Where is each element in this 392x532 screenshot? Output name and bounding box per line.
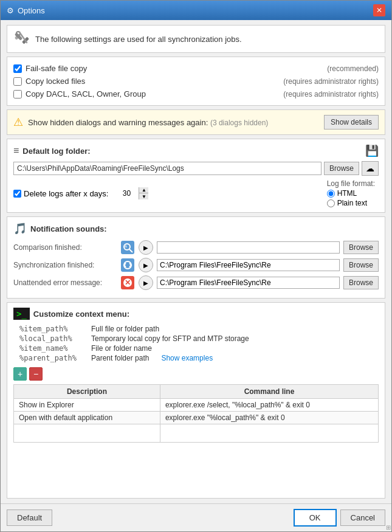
ok-button[interactable]: OK	[294, 509, 337, 527]
copy-locked-checkbox[interactable]	[13, 77, 22, 86]
spinner-down-button[interactable]: ▼	[139, 193, 148, 199]
html-radio[interactable]	[327, 190, 335, 198]
days-spinner[interactable]: ▲ ▼	[114, 187, 148, 199]
var-local-path: %local_path%	[19, 334, 86, 343]
sync-row: Synchronization finished: ▶ Browse	[13, 258, 379, 272]
sync-browse-button[interactable]: Browse	[343, 258, 379, 272]
log-format: Log file format: HTML Plain text	[327, 179, 379, 207]
plaintext-format-row: Plain text	[327, 199, 379, 207]
log-header: ≡ Default log folder: 💾	[13, 144, 379, 157]
spinner-arrows: ▲ ▼	[139, 187, 148, 199]
row2-command: explorer.exe "%local_path%" & exit 0	[160, 412, 378, 424]
delete-logs-row: Delete logs after x days:	[13, 189, 108, 198]
fail-safe-checkbox[interactable]	[13, 64, 22, 73]
format-label: Log file format:	[327, 179, 375, 188]
var-parent-path: %parent_path%	[19, 354, 86, 362]
error-row: Unattended error message: ✕ ▶ Browse	[13, 275, 379, 290]
error-icon-button[interactable]: ✕	[120, 275, 135, 290]
warning-text: Show hidden dialogs and warning messages…	[28, 118, 319, 127]
save-log-icon[interactable]: 💾	[365, 144, 379, 157]
var-parent-path-desc: Parent folder path Show examples	[91, 354, 379, 362]
default-button[interactable]: Default	[7, 510, 52, 526]
svg-rect-1	[15, 32, 22, 40]
days-input[interactable]	[114, 187, 139, 199]
log-browse-button[interactable]: Browse	[324, 162, 359, 175]
error-label: Unattended error message:	[13, 278, 117, 287]
col-description: Description	[14, 385, 160, 399]
title-bar: ⚙ Options ✕	[1, 1, 391, 20]
notif-header: 🎵 Notification sounds:	[13, 222, 379, 235]
sync-path-input[interactable]	[157, 259, 340, 271]
show-details-button[interactable]: Show details	[324, 115, 379, 130]
resize-grip[interactable]: ⊞	[386, 524, 391, 531]
sync-icon-button[interactable]	[120, 258, 135, 272]
comparison-label: Comparison finished:	[13, 243, 117, 252]
col-command: Command line	[160, 385, 378, 399]
copy-dacl-label: Copy DACL, SACL, Owner, Group	[26, 89, 280, 98]
warning-count: (3 dialogs hidden)	[210, 119, 268, 127]
var-item-path: %item_path%	[19, 325, 86, 333]
warning-icon: ⚠	[13, 116, 23, 129]
delete-logs-label: Delete logs after x days:	[24, 189, 108, 198]
row2-description: Open with default application	[14, 412, 160, 424]
warning-bar: ⚠ Show hidden dialogs and warning messag…	[7, 109, 385, 135]
search-icon-button[interactable]	[120, 240, 135, 255]
error-play-button[interactable]: ▶	[139, 275, 153, 290]
sync-play-button[interactable]: ▶	[139, 258, 153, 272]
footer: Default OK Cancel	[1, 503, 391, 531]
copy-locked-row: Copy locked files (requires administrato…	[13, 75, 379, 88]
var-item-path-desc: Full file or folder path	[91, 325, 379, 333]
spinner-up-button[interactable]: ▲	[139, 187, 148, 193]
remove-row-button[interactable]: −	[29, 367, 43, 381]
cancel-button[interactable]: Cancel	[340, 510, 385, 526]
copy-dacl-checkbox[interactable]	[13, 90, 22, 98]
html-format-row: HTML	[327, 189, 379, 198]
comparison-browse-button[interactable]: Browse	[343, 241, 379, 254]
music-icon: 🎵	[13, 222, 27, 235]
info-text: The following settings are used for all …	[35, 35, 242, 44]
svg-text:✕: ✕	[125, 278, 131, 287]
plaintext-radio[interactable]	[327, 199, 335, 207]
row1-description: Show in Explorer	[14, 399, 160, 412]
context-header: >_ Customize context menu:	[13, 308, 379, 320]
context-toolbar: + −	[13, 367, 379, 381]
context-table: Description Command line Show in Explore…	[13, 384, 379, 443]
log-path-input[interactable]	[13, 162, 322, 175]
sync-label: Synchronization finished:	[13, 261, 117, 269]
show-examples-link[interactable]: Show examples	[161, 354, 213, 362]
fail-safe-note: (recommended)	[327, 64, 379, 73]
log-icon: ≡	[13, 145, 19, 156]
log-path-row: Browse ☁	[13, 161, 379, 176]
log-options-row: Delete logs after x days: ▲ ▼ Log file f…	[13, 179, 379, 207]
fail-safe-label: Fail-safe file copy	[26, 64, 323, 73]
title-bar-icon: ⚙	[7, 6, 14, 15]
add-row-button[interactable]: +	[13, 367, 27, 381]
wrench-icon	[13, 30, 30, 47]
error-path-input[interactable]	[157, 277, 340, 289]
log-title: Default log folder:	[22, 147, 90, 156]
window-title: Options	[18, 6, 45, 15]
copy-dacl-note: (requires administrator rights)	[283, 90, 379, 98]
notif-title: Notification sounds:	[30, 224, 107, 233]
context-title: Customize context menu:	[33, 309, 129, 319]
fail-safe-row: Fail-safe file copy (recommended)	[13, 62, 379, 75]
var-local-path-desc: Temporary local copy for SFTP and MTP st…	[91, 334, 379, 343]
delete-logs-checkbox[interactable]	[13, 190, 21, 198]
html-label: HTML	[337, 189, 357, 198]
var-item-name: %item_name%	[19, 344, 86, 353]
error-browse-button[interactable]: Browse	[343, 276, 379, 289]
settings-section: Fail-safe file copy (recommended) Copy l…	[7, 57, 385, 106]
table-row[interactable]: Open with default application explorer.e…	[14, 412, 379, 424]
copy-locked-note: (requires administrator rights)	[283, 77, 379, 86]
svg-rect-10	[121, 258, 134, 272]
options-dialog: ⚙ Options ✕ The following settings are u…	[0, 0, 392, 532]
comparison-play-button[interactable]: ▶	[139, 240, 153, 255]
notification-section: 🎵 Notification sounds: Comparison finish…	[7, 216, 385, 299]
log-section: ≡ Default log folder: 💾 Browse ☁ Delete …	[7, 139, 385, 213]
info-bar: The following settings are used for all …	[7, 25, 385, 53]
comparison-row: Comparison finished: ▶ Browse	[13, 240, 379, 255]
comparison-path-input[interactable]	[157, 241, 340, 254]
cloud-icon-button[interactable]: ☁	[362, 161, 379, 176]
table-row[interactable]: Show in Explorer explorer.exe /select, "…	[14, 399, 379, 412]
close-button[interactable]: ✕	[373, 4, 385, 16]
